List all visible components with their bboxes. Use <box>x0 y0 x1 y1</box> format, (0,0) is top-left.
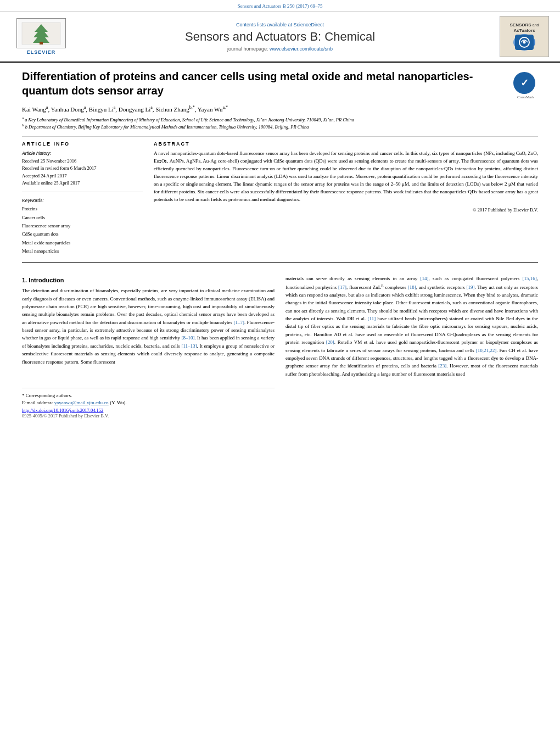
footnote-email-link[interactable]: yayanwu@mail.xjtu.edu.cn <box>54 400 109 405</box>
keyword-4: CdSe quantum dots <box>22 230 143 238</box>
accepted-date: Accepted 24 April 2017 <box>22 172 143 180</box>
footnote-email-line: E-mail address: yayanwu@mail.xjtu.edu.cn… <box>22 399 275 405</box>
divider-1 <box>22 136 538 137</box>
issn-line: 0925-4005/© 2017 Published by Elsevier B… <box>22 413 275 419</box>
abstract-text: A novel nanoparticles-quantum dots-based… <box>154 150 538 204</box>
body-left: 1. Introduction The detection and discri… <box>22 275 275 419</box>
keywords-label: Keywords: <box>22 197 143 205</box>
cite-10-21-22: [10,21,22] <box>476 348 497 353</box>
sensors-logo-title: SENSORS andAcTuators <box>509 23 539 33</box>
section1-para1: The detection and discrimination of bioa… <box>22 287 275 366</box>
title-section: Differentiation of proteins and cancer c… <box>22 69 538 99</box>
affiliation-b: b b Department of Chemistry, Beijing Key… <box>22 123 538 131</box>
doi-line: http://dx.doi.org/10.1016/j.snb.2017.04.… <box>22 408 275 413</box>
history-label: Article history: <box>22 150 143 158</box>
doi-link[interactable]: http://dx.doi.org/10.1016/j.snb.2017.04.… <box>22 408 103 413</box>
main-body: 1. Introduction The detection and discri… <box>0 275 560 419</box>
cite-11-13: [11–13] <box>181 343 197 349</box>
affiliations: a a Key Laboratory of Biomedical Informa… <box>22 116 538 131</box>
received-date: Received 25 November 2016 <box>22 158 143 165</box>
sensors-logo-icon <box>513 34 535 51</box>
crossmark-label: CrossMark <box>513 95 538 99</box>
section1-title: 1. Introduction <box>22 277 275 283</box>
section1-para2: materials can serve directly as sensing … <box>285 275 538 378</box>
cite-15-16: [15,16] <box>522 276 536 281</box>
divider-full <box>22 262 538 263</box>
section1-heading: Introduction <box>29 277 64 283</box>
two-column-section: ARTICLE INFO Article history: Received 2… <box>22 141 538 255</box>
cite-1-7: [1–7] <box>233 320 244 325</box>
journal-title-area: Contents lists available at ScienceDirec… <box>71 22 489 52</box>
body-right: materials can serve directly as sensing … <box>285 275 538 419</box>
keyword-6: Metal nanoparticles <box>22 247 143 255</box>
article-info-header: ARTICLE INFO <box>22 141 143 147</box>
left-column: ARTICLE INFO Article history: Received 2… <box>22 141 143 255</box>
journal-main-title: Sensors and Actuators B: Chemical <box>71 30 489 44</box>
received-revised-date: Received in revised form 6 March 2017 <box>22 165 143 172</box>
elsevier-logo-image <box>16 18 66 48</box>
keyword-1: Proteins <box>22 205 143 213</box>
page: Sensors and Actuators B 250 (2017) 69–75… <box>0 0 560 742</box>
keyword-2: Cancer cells <box>22 214 143 222</box>
sensors-actuators-logo: SENSORS andAcTuators <box>500 16 549 57</box>
available-online-date: Available online 25 April 2017 <box>22 180 143 187</box>
journal-citation: Sensors and Actuators B 250 (2017) 69–75 <box>238 3 323 9</box>
article-title: Differentiation of proteins and cancer c… <box>22 69 505 98</box>
keyword-3: Fluorescence sensor array <box>22 222 143 230</box>
abstract-header: ABSTRACT <box>154 141 538 147</box>
journal-homepage-link[interactable]: www.elsevier.com/locate/snb <box>270 46 333 52</box>
contents-available: Contents lists available at ScienceDirec… <box>71 22 489 27</box>
journal-header: ELSEVIER Contents lists available at Sci… <box>0 12 560 63</box>
journal-homepage: journal homepage: www.elsevier.com/locat… <box>71 46 489 52</box>
section1-number: 1. <box>22 277 27 283</box>
article-content: Differentiation of proteins and cancer c… <box>0 63 560 275</box>
affiliation-a: a a Key Laboratory of Biomedical Informa… <box>22 116 538 124</box>
svg-rect-2 <box>40 42 43 44</box>
cite-11b: [11] <box>367 316 376 321</box>
article-history: Article history: Received 25 November 20… <box>22 150 143 192</box>
authors-line: Kai Wanga, Yanhua Donga, Bingyu Lia, Don… <box>22 105 538 113</box>
cite-23: [23] <box>438 363 446 369</box>
keyword-5: Metal oxide nanoparticles <box>22 239 143 247</box>
copyright-line: © 2017 Published by Elsevier B.V. <box>154 207 538 213</box>
cite-17: [17] <box>338 284 346 290</box>
footnote-star: * Corresponding authors. <box>22 393 275 398</box>
keywords-block: Keywords: Proteins Cancer cells Fluoresc… <box>22 197 143 255</box>
footnote-area: * Corresponding authors. E-mail address:… <box>22 388 275 419</box>
cite-14: [14] <box>420 276 428 281</box>
cite-20: [20] <box>326 339 334 345</box>
footnote-divider <box>22 388 275 388</box>
cite-18: [18] <box>408 284 416 290</box>
sensors-logo-area: SENSORS andAcTuators <box>489 16 549 57</box>
top-header: Sensors and Actuators B 250 (2017) 69–75 <box>0 0 560 12</box>
elsevier-text: ELSEVIER <box>27 49 56 55</box>
crossmark-badge[interactable]: ✓ <box>513 72 535 94</box>
cite-19: [19] <box>466 284 474 290</box>
svg-point-5 <box>523 41 526 44</box>
right-column: ABSTRACT A novel nanoparticles-quantum d… <box>154 141 538 255</box>
crossmark-area: ✓ CrossMark <box>513 72 538 99</box>
cite-8-10: [8–10] <box>181 335 194 341</box>
elsevier-logo: ELSEVIER <box>11 18 71 55</box>
